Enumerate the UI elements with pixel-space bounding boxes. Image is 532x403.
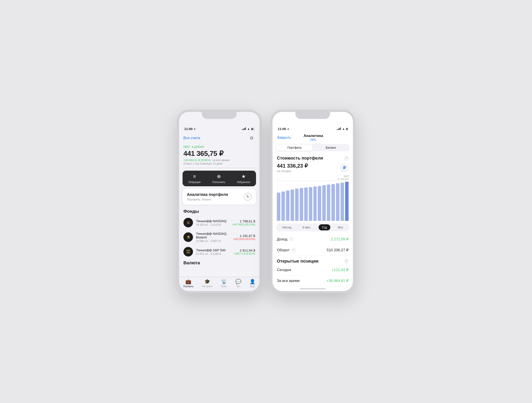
bar-3	[286, 190, 290, 221]
nav-portfolio-label: Портфель	[183, 285, 193, 288]
analytics-nav: Закрыть Аналитика ИИС	[272, 133, 353, 142]
chart-area: 2022 4⁴⁵ 455,26 ₽	[277, 175, 348, 221]
nav-pulse[interactable]: 📡 Пульс	[221, 279, 227, 288]
bar-11	[322, 185, 326, 221]
fund-info-biotech: Тинькофф NASDAQ Biotech 13 588 шт. · 0,0…	[196, 232, 230, 243]
all-accounts-link[interactable]: Все счета	[184, 136, 200, 140]
analytics-stats: Доход ? 2 272,09 ₽ Оборот ? 510 206,27 ₽	[272, 234, 353, 256]
close-button[interactable]: Закрыть	[277, 135, 291, 140]
rub-badge[interactable]: ₽	[340, 163, 348, 172]
fund-info-sp500: Тинькофф S&P 500 24 931 шт. · 0,1168 $	[196, 248, 231, 256]
nav-arrow-phone2: ▲	[287, 127, 289, 130]
fund-info-nasdaq: Тинькофф NASDAQ 16 169 шт. · 0,1113 $	[196, 219, 229, 226]
analytics-card-title: Аналитика портфеля	[187, 192, 228, 197]
phone-notch	[202, 112, 237, 119]
fund-item-biotech[interactable]: ⚗ Тинькофф NASDAQ Biotech 13 588 шт. · 0…	[179, 230, 260, 245]
fund-item-sp500[interactable]: S&P500 Тинькофф S&P 500 24 931 шт. · 0,1…	[179, 245, 260, 259]
valuta-section-title: Валюта	[179, 259, 260, 266]
time-btn-year[interactable]: Год	[319, 224, 330, 230]
gear-button[interactable]: ⚙	[248, 134, 255, 141]
bar-4	[291, 190, 294, 221]
fund-quantity-biotech: 13 588 шт. · 0,0877 $	[196, 240, 230, 243]
help-icon-portfolio[interactable]: ?	[344, 156, 348, 160]
portfolio-date: на сегодня	[277, 169, 308, 173]
stat-row-turnover: Оборот ? 510 206,27 ₽	[277, 245, 348, 256]
portfolio-section-title: Стоимость портфеля ?	[277, 156, 348, 161]
phone-analytics: 11:00 ▲ ▲ ▮ Закрыть	[270, 110, 355, 293]
nav-chat[interactable]: 💬 Чат	[235, 279, 241, 288]
bar-12	[327, 185, 330, 221]
help-icon-income[interactable]: ?	[289, 237, 293, 242]
topup-label: Пополнить	[212, 181, 225, 184]
fund-values-biotech: 1 191,67 $ -142,29 $ (10,67%)	[233, 234, 255, 241]
nav-more-label: Ещё	[250, 285, 254, 288]
fund-price-nasdaq: 1 799,61 $	[232, 219, 255, 223]
fund-quantity-sp500: 24 931 шт. · 0,1168 $	[196, 252, 231, 256]
bar-10	[318, 186, 321, 221]
time-btn-all[interactable]: Все	[335, 224, 347, 230]
phone-notch-2	[295, 112, 330, 119]
fund-logo-biotech: ⚗	[184, 232, 193, 242]
today-value: +111,41 ₽	[332, 268, 348, 272]
portfolio-icon: 💼	[185, 279, 191, 285]
nav-more[interactable]: 👤 Ещё	[249, 279, 255, 288]
favorites-label: Избранное	[237, 181, 250, 184]
nav-buy[interactable]: 🎓 Что купить	[202, 279, 213, 288]
account-period: Открыт 1 год 5 месяцев 13 дней	[184, 162, 255, 165]
account-gain: +38 864,61 ₽ (9,66%) за все время	[184, 159, 255, 162]
account-balance: 441 365,75 ₽	[184, 149, 255, 158]
status-time-phone2: 11:00 ▲	[278, 127, 289, 131]
phones-container: 11:00 ▲ ▲ ▮▯ Все счета	[177, 110, 355, 293]
bar-7	[304, 188, 308, 221]
bar-13	[331, 184, 335, 221]
phone-portfolio: 11:00 ▲ ▲ ▮▯ Все счета	[177, 110, 262, 293]
segment-portfel[interactable]: Портфель	[276, 144, 313, 151]
segment-control: Портфель Баланс	[276, 144, 349, 151]
funds-section-title: Фонды	[179, 206, 260, 216]
help-icon-turnover[interactable]: ?	[291, 248, 296, 252]
signal-bars-phone1	[242, 127, 246, 130]
navigation-arrow-phone1: ▲	[193, 127, 196, 130]
help-icon-positions[interactable]: ?	[344, 259, 348, 263]
phone1-header: Все счета ⚙	[179, 133, 260, 144]
bar-6	[300, 188, 303, 221]
fund-values-nasdaq: 1 799,61 $ +447,88 $ (33,13%)	[232, 219, 255, 226]
open-positions-title: Открытые позиции ?	[272, 256, 353, 265]
status-icons-phone1: ▲ ▮▯	[242, 127, 254, 130]
bar-8	[309, 187, 312, 221]
nav-chat-label: Чат	[236, 285, 240, 288]
action-favorites[interactable]: ★ Избранное	[237, 174, 250, 184]
pulse-icon: 📡	[221, 279, 227, 285]
fund-change-biotech: -142,29 $ (10,67%)	[233, 237, 255, 241]
turnover-label: Оборот ?	[277, 248, 296, 252]
operations-label: Операции	[188, 181, 201, 184]
time-btn-6month[interactable]: 6 мес.	[299, 224, 315, 230]
stat-row-today: Сегодня +111,41 ₽	[272, 265, 353, 275]
operations-icon: ≡	[193, 174, 196, 179]
action-operations[interactable]: ≡ Операции	[188, 174, 201, 184]
fund-price-biotech: 1 191,67 $	[233, 234, 255, 237]
bar-5	[295, 189, 299, 221]
fund-change-sp500: +185,71 $ (6,81%)	[234, 252, 255, 255]
bar-16	[345, 182, 348, 221]
bar-14	[336, 183, 339, 221]
wifi-icon-phone2: ▲	[342, 127, 345, 130]
status-time-phone1: 11:00 ▲	[184, 127, 196, 131]
bar-chart	[277, 182, 348, 221]
account-label: ИИС в рублях	[184, 145, 255, 148]
nav-buy-label: Что купить	[202, 285, 213, 288]
battery-icon-phone2: ▮	[346, 127, 348, 130]
portfolio-section: Стоимость портфеля ? 441 336,23 ₽ на сег…	[272, 153, 353, 173]
segment-balance[interactable]: Баланс	[313, 144, 349, 151]
chart-max-label: 4⁴⁵ 455,26 ₽	[277, 178, 348, 180]
portfolio-value-block: 441 336,23 ₽ на сегодня	[277, 163, 308, 173]
refresh-button[interactable]: ↻	[244, 193, 252, 201]
fund-price-sp500: 2 911,94 $	[234, 249, 255, 252]
fund-item-nasdaq[interactable]: ◫ Тинькофф NASDAQ 16 169 шт. · 0,1113 $ …	[179, 216, 260, 230]
analytics-card[interactable]: Аналитика портфеля Портфель, баланс ↻	[183, 189, 256, 205]
analytics-page-title: Аналитика	[304, 134, 323, 138]
nav-portfolio[interactable]: 💼 Портфель	[183, 279, 193, 288]
action-topup[interactable]: ⊕ Пополнить	[212, 174, 225, 184]
time-btn-month[interactable]: Месяц	[279, 224, 295, 230]
turnover-value: 510 206,27 ₽	[327, 248, 348, 252]
